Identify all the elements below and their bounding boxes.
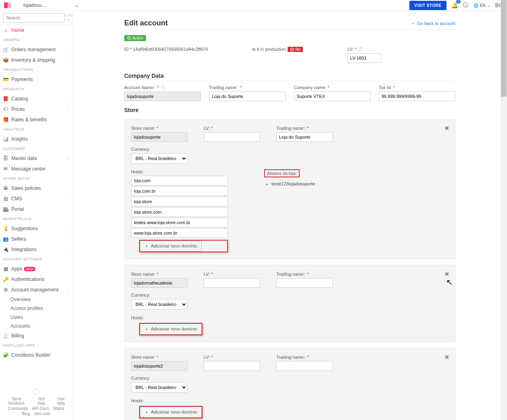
external-link-icon: ↗ <box>66 156 69 161</box>
sidebar-item-message-center[interactable]: ✉Message center <box>0 164 72 174</box>
add-domain-button[interactable]: ＋Adicionar novo domínio <box>140 241 202 252</box>
company-data-heading: Company Data <box>124 73 455 81</box>
host-input[interactable] <box>131 186 228 196</box>
store-name-input <box>131 361 188 371</box>
building-icon: 🏛 <box>2 185 9 191</box>
currency-select[interactable]: BRL - Real brasileiro - Brasil <box>131 153 188 164</box>
search-input[interactable] <box>3 13 65 23</box>
sidebar-item-suggestions[interactable]: 💡Suggestions› <box>0 223 72 234</box>
store-lv-input[interactable] <box>204 278 260 288</box>
store-card: ✖ Store name: * LV: * Trading name:: * C… <box>124 265 455 342</box>
currency-select[interactable]: BRL - Real brasileiro - Brasil <box>131 382 188 393</box>
box-icon: 📦 <box>2 57 9 63</box>
main-content: Edit account ←Go back to account ⏻Active… <box>73 11 507 420</box>
aliases-label: Aliases da loja: <box>264 169 300 177</box>
store-switcher[interactable]: lojadosu… ⌄ <box>23 2 79 8</box>
remove-store-button[interactable]: ✖ <box>444 125 449 131</box>
host-input[interactable] <box>131 228 228 238</box>
footer-vtexcom[interactable]: vtex.com <box>34 412 50 416</box>
sidebar-item-conditions-builder[interactable]: 🧩Conditions Builder <box>0 350 72 360</box>
chevron-right-icon: › <box>68 97 69 101</box>
trading-name-input[interactable] <box>209 91 286 101</box>
id-label: ID * <box>124 47 131 52</box>
sidebar-sub-access-profiles[interactable]: Access profiles <box>0 304 72 313</box>
section-installed-apps: INSTALLED APPS <box>0 341 72 350</box>
store-trading-input[interactable] <box>276 132 333 142</box>
section-transactions: TRANSACTIONS <box>0 65 72 74</box>
add-domain-button[interactable]: ＋Adicionar novo domínio <box>140 407 202 418</box>
sidebar-item-sales-policies[interactable]: 🏛Sales policies <box>0 183 72 193</box>
store-heading: Store <box>124 107 455 115</box>
section-store-setup: STORE SETUP <box>0 174 72 183</box>
sidebar-item-inventory[interactable]: 📦Inventory & shipping› <box>0 55 72 65</box>
hosts-label: Hosts: <box>131 398 449 403</box>
lv-label: LV: <box>347 47 353 52</box>
chevron-right-icon: › <box>68 118 69 122</box>
account-name-input <box>124 91 201 101</box>
sidebar-item-catalog[interactable]: 📕Catalog› <box>0 94 72 104</box>
currency-select[interactable]: BRL - Real brasileiro - Brasil <box>131 299 188 310</box>
sidebar-item-account-mgmt[interactable]: ⚙Account management⌄ <box>0 285 72 295</box>
receipt-icon: 🧾 <box>2 333 9 339</box>
host-input[interactable] <box>131 176 228 185</box>
sidebar-item-integrations[interactable]: 🔌Integrations› <box>0 244 72 255</box>
help-icon[interactable]: ? <box>161 85 165 90</box>
sidebar-item-portal[interactable]: 🏬Portal <box>0 204 72 214</box>
database-icon: 🗄 <box>2 156 9 161</box>
sidebar-item-home[interactable]: ⌂Home <box>0 25 72 35</box>
host-input[interactable] <box>131 218 228 227</box>
hosts-label: Hosts: <box>131 169 228 174</box>
visit-store-button[interactable]: VISIT STORE <box>409 1 446 10</box>
store-icon: 🏬 <box>2 206 9 212</box>
footer-api-docs[interactable]: API Docs <box>32 406 49 411</box>
tax-id-input[interactable] <box>379 91 455 101</box>
store-lv-input[interactable] <box>204 132 260 142</box>
help-icon[interactable]: ? <box>359 47 363 52</box>
footer-status[interactable]: Status <box>53 406 64 411</box>
tag-icon: 🏷 <box>2 106 9 112</box>
footer-blog[interactable]: Blog <box>22 412 30 416</box>
sidebar-item-authentications[interactable]: 🔑Authentications <box>0 274 72 285</box>
sidebar: CTRL + K ⌂Home ORDERS 🛒Orders management… <box>0 11 73 420</box>
search-box[interactable]: CTRL + K <box>0 11 72 25</box>
sidebar-item-cms[interactable]: ▤CMS› <box>0 193 72 204</box>
host-input[interactable] <box>131 207 228 217</box>
sidebar-sub-users[interactable]: Users <box>0 313 72 322</box>
sidebar-item-master-data[interactable]: 🗄Master data↗ <box>0 153 72 164</box>
chevron-right-icon: › <box>68 107 69 112</box>
sidebar-item-rates[interactable]: 🎁Rates & benefits› <box>0 114 72 125</box>
section-orders: ORDERS <box>0 35 72 44</box>
language-switcher[interactable]: 🌐 EN ⌄ <box>474 3 490 8</box>
footer-community[interactable]: Community <box>8 406 28 411</box>
footer-send-feedback[interactable]: Send feedback <box>3 397 30 405</box>
back-link[interactable]: ←Go back to account <box>411 21 455 26</box>
footer-get-help[interactable]: Get help <box>34 397 49 405</box>
remove-store-button[interactable]: ✖ <box>444 354 449 360</box>
sidebar-item-billing[interactable]: 🧾Billing› <box>0 331 72 341</box>
help-icon[interactable]: ⓘ <box>463 2 469 9</box>
chevron-down-icon: ⌄ <box>75 2 79 8</box>
sidebar-sub-accounts[interactable]: Accounts <box>0 322 72 331</box>
sidebar-sub-overview[interactable]: Overview <box>0 295 72 304</box>
cart-icon: 🛒 <box>2 47 9 52</box>
lv-input[interactable] <box>347 53 381 63</box>
host-input[interactable] <box>131 197 228 206</box>
footer-use-beta[interactable]: Use beta <box>53 397 69 405</box>
sidebar-item-sellers[interactable]: 👥Sellers› <box>0 234 72 244</box>
store-lv-input[interactable] <box>204 361 260 371</box>
sidebar-item-payments[interactable]: 💳Payments› <box>0 74 72 85</box>
chevron-right-icon: › <box>68 197 69 201</box>
add-domain-button[interactable]: ＋Adicionar novo domínio <box>140 324 202 335</box>
sidebar-item-insights[interactable]: 📊Insights <box>0 134 72 144</box>
store-trading-input[interactable] <box>276 361 333 371</box>
scrollbar-thumb[interactable] <box>501 0 507 97</box>
scrollbar-track[interactable] <box>501 0 507 420</box>
notifications-icon[interactable]: 🔔3 <box>451 2 458 8</box>
store-trading-input[interactable] <box>276 278 333 288</box>
notification-count: 3 <box>456 0 460 4</box>
sidebar-item-prices[interactable]: 🏷Prices› <box>0 104 72 114</box>
remove-store-button[interactable]: ✖ <box>444 271 449 277</box>
company-name-input[interactable] <box>294 91 371 101</box>
sidebar-item-apps[interactable]: ▦AppsNEW <box>0 264 72 274</box>
sidebar-item-orders-mgmt[interactable]: 🛒Orders management› <box>0 44 72 55</box>
